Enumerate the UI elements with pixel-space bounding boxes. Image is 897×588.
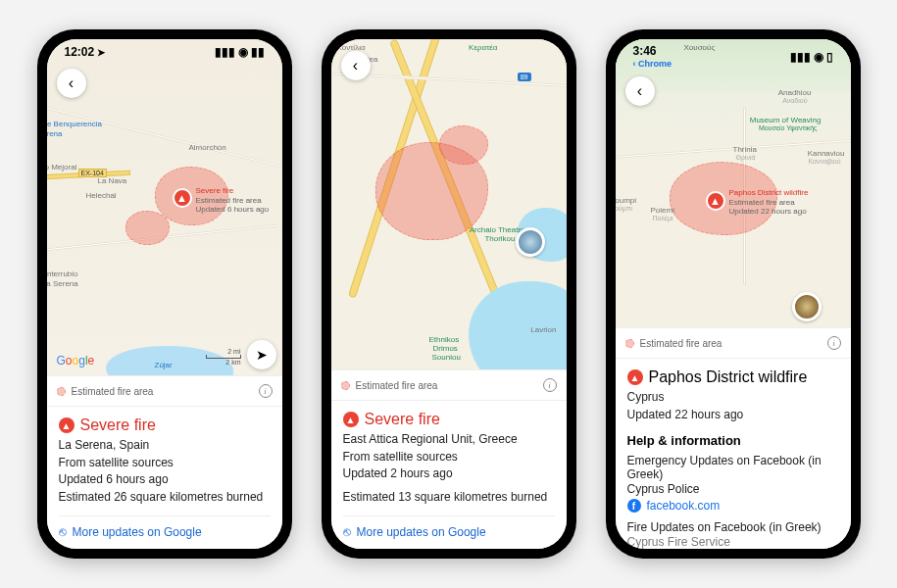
open-external-icon: ⎋ — [343, 524, 351, 539]
back-button[interactable]: ‹ — [341, 51, 371, 80]
battery-icon: ▯ — [826, 50, 833, 64]
info-icon[interactable]: i — [259, 384, 273, 398]
fire-callout-3: Paphos District wildfire Estimated fire … — [729, 188, 809, 217]
resource-2-source: Cyprus Fire Service — [627, 535, 839, 549]
screen-3: 3:46 ‹ Chrome ▮▮▮ ◉ ▯ ‹ ▲ Paphos Dis — [616, 39, 851, 549]
chevron-left-icon: ‹ — [353, 57, 358, 74]
phone-frame-1: 12:02 ➤ ▮▮▮ ◉ ▮▮ ‹ ▲ — [37, 29, 292, 559]
google-logo: Google — [57, 354, 95, 368]
card-area: Estimated 26 square kilometres burned — [59, 489, 271, 506]
poi-museum1: Museum of Weaving — [750, 116, 822, 124]
legend-text: Estimated fire area — [640, 338, 723, 349]
bottom-sheet-1: Estimated fire area i ▲ Severe fire La S… — [47, 375, 282, 549]
resource-1-source: Cyprus Police — [627, 482, 839, 496]
legend-text: Estimated fire area — [356, 380, 438, 391]
status-time: 3:46 — [633, 45, 657, 57]
fire-pin-1[interactable]: ▲ — [173, 188, 192, 208]
back-button[interactable]: ‹ — [625, 76, 655, 106]
fire-icon: ▲ — [343, 412, 359, 427]
more-updates-link[interactable]: ⎋ More updates on Google — [343, 515, 555, 539]
wifi-icon: ◉ — [814, 50, 823, 64]
map-label: Thrinia — [733, 145, 757, 154]
open-external-icon: ⎋ — [59, 524, 67, 539]
map-label: rena — [47, 129, 63, 138]
map-label: loumpi — [616, 196, 637, 205]
map-label: enterrubio — [47, 270, 78, 278]
bottom-sheet-3: Estimated fire area i ▲ Paphos District … — [616, 327, 851, 549]
map-area-3[interactable]: 3:46 ‹ Chrome ▮▮▮ ◉ ▯ ‹ ▲ Paphos Dis — [616, 39, 851, 327]
status-time: 12:02 — [65, 45, 95, 59]
info-icon[interactable]: i — [827, 336, 841, 350]
screen-1: 12:02 ➤ ▮▮▮ ◉ ▮▮ ‹ ▲ — [47, 39, 282, 549]
callout-sub1: Estimated fire area — [729, 198, 809, 208]
poi-photo-2[interactable] — [792, 292, 822, 321]
location-services-icon: ➤ — [97, 47, 105, 58]
map-label: La Nava — [98, 176, 127, 185]
map-area-1[interactable]: 12:02 ➤ ▮▮▮ ◉ ▮▮ ‹ ▲ — [47, 39, 282, 375]
card-location: East Attica Regional Unit, Greece — [343, 431, 555, 448]
poi-photo-1[interactable] — [516, 227, 545, 257]
poi-museum2: Μουσείο Υφαντικής — [759, 124, 817, 131]
card-title: Paphos District wildfire — [649, 368, 808, 386]
map-label: Almorchón — [189, 143, 226, 152]
map-label: Θρινιά — [736, 154, 756, 161]
card-location: La Serena, Spain — [59, 437, 271, 454]
callout-sub1: Estimated fire area — [196, 196, 270, 206]
fire-pin-3[interactable]: ▲ — [706, 191, 725, 211]
phone-frame-2: ‹ 89 Κοντίλια Keratea Κερατέα Archaio Th… — [322, 29, 576, 559]
compass-icon: ➤ — [256, 347, 268, 363]
card-area: Estimated 13 square kilometres burned — [343, 489, 555, 506]
map-label: Drimos — [433, 344, 458, 353]
action-label: More updates on Google — [73, 525, 202, 539]
my-location-button[interactable]: ➤ — [247, 340, 276, 369]
map-label: Κερατέα — [469, 43, 497, 52]
facebook-icon: f — [627, 499, 641, 513]
map-label: ιούμπι — [616, 205, 633, 212]
callout-sub2: Updated 22 hours ago — [729, 207, 809, 217]
signal-icon: ▮▮▮ — [215, 45, 235, 59]
callout-title: Severe fire — [196, 186, 270, 196]
card-updated: Updated 2 hours ago — [343, 466, 555, 482]
map-label: Ethnikos — [429, 335, 460, 344]
wifi-icon: ◉ — [238, 45, 248, 59]
signal-icon: ▮▮▮ — [790, 50, 811, 64]
fire-flame-icon: ▲ — [176, 192, 187, 204]
facebook-link-1[interactable]: f facebook.com — [627, 499, 839, 513]
card-updated: Updated 6 hours ago — [59, 471, 271, 488]
fire-area-1b — [125, 211, 170, 245]
poi-theatro2: Thorikou — [484, 234, 515, 243]
fire-area-2b — [439, 125, 488, 165]
legend-row: Estimated fire area i — [47, 376, 282, 407]
status-app-link[interactable]: ‹ Chrome — [633, 60, 673, 69]
map-label: Lavrion — [530, 325, 556, 334]
scale-bar: 2 mi 2 km — [206, 348, 241, 366]
hwy-shield: 89 — [518, 73, 531, 81]
scale-top: 2 mi — [206, 348, 241, 355]
chevron-left-icon: ‹ — [69, 74, 74, 92]
scale-bot: 2 km — [206, 359, 241, 366]
action-label: More updates on Google — [357, 525, 486, 539]
map-label: de Benquerencia — [47, 120, 103, 128]
back-button[interactable]: ‹ — [57, 69, 86, 98]
resource-2-title: Fire Updates on Facebook (in Greek) — [627, 520, 839, 534]
fire-flame-icon: ▲ — [710, 195, 721, 207]
map-label: Helechal — [86, 191, 117, 200]
map-label: o Mejoral — [47, 163, 77, 172]
card-source: From satellite sources — [59, 455, 271, 471]
map-label: Souniou — [432, 353, 461, 362]
link-url: facebook.com — [647, 499, 721, 513]
fire-icon: ▲ — [627, 369, 643, 385]
help-section-title: Help & information — [627, 433, 839, 448]
road-1 — [47, 107, 282, 172]
poi-theatro1: Archaio Theatro — [470, 225, 525, 234]
map-label: Πολέμι — [653, 215, 673, 221]
screen-2: ‹ 89 Κοντίλια Keratea Κερατέα Archaio Th… — [331, 39, 567, 549]
card-location: Cyprus — [627, 389, 839, 406]
legend-dot-icon — [625, 339, 634, 348]
info-icon[interactable]: i — [543, 378, 557, 392]
map-label: Kannaviou — [808, 149, 845, 158]
card-updated: Updated 22 hours ago — [627, 407, 839, 423]
chevron-left-icon: ‹ — [637, 82, 642, 100]
map-area-2[interactable]: ‹ 89 Κοντίλια Keratea Κερατέα Archaio Th… — [331, 39, 567, 369]
more-updates-link[interactable]: ⎋ More updates on Google — [59, 515, 271, 539]
